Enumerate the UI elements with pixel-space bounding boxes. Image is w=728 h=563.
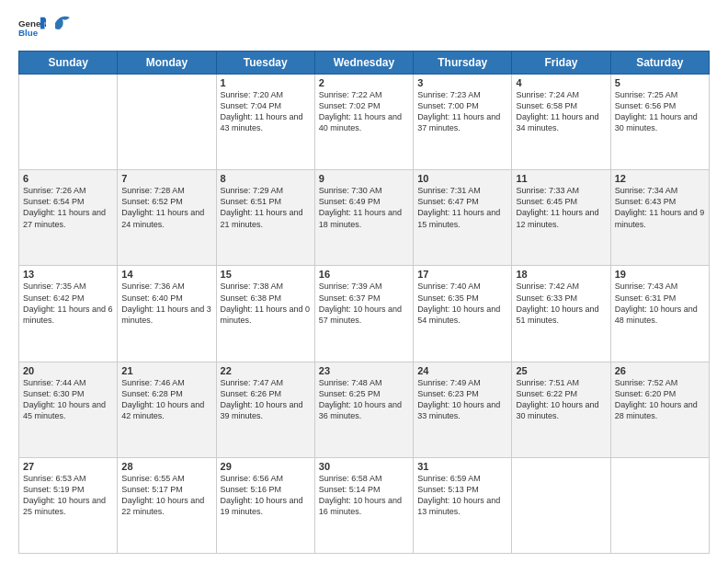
- header-monday: Monday: [118, 52, 216, 75]
- svg-text:Blue: Blue: [18, 28, 39, 38]
- cell-content: Sunrise: 7:33 AM Sunset: 6:45 PM Dayligh…: [516, 185, 606, 230]
- sunrise-text: Sunrise: 7:40 AM: [417, 282, 481, 291]
- day-cell: 20 Sunrise: 7:44 AM Sunset: 6:30 PM Dayl…: [19, 362, 118, 457]
- week-row-2: 6 Sunrise: 7:26 AM Sunset: 6:54 PM Dayli…: [19, 170, 710, 266]
- day-cell: 2 Sunrise: 7:22 AM Sunset: 7:02 PM Dayli…: [314, 75, 413, 170]
- daylight-text: Daylight: 10 hours and 33 minutes.: [417, 400, 500, 420]
- daylight-text: Daylight: 11 hours and 34 minutes.: [516, 112, 598, 132]
- day-number: 9: [319, 173, 409, 184]
- day-number: 21: [121, 365, 211, 376]
- daylight-text: Daylight: 10 hours and 30 minutes.: [516, 400, 598, 420]
- cell-content: Sunrise: 7:43 AM Sunset: 6:31 PM Dayligh…: [615, 281, 705, 326]
- sunset-text: Sunset: 6:20 PM: [615, 389, 677, 398]
- sunset-text: Sunset: 6:33 PM: [516, 293, 577, 303]
- sunrise-text: Sunrise: 7:26 AM: [23, 186, 86, 195]
- sunrise-text: Sunrise: 6:56 AM: [221, 474, 284, 483]
- day-number: 8: [221, 173, 311, 184]
- day-number: 6: [23, 173, 113, 184]
- day-cell: 28 Sunrise: 6:55 AM Sunset: 5:17 PM Dayl…: [118, 457, 216, 553]
- cell-content: Sunrise: 7:52 AM Sunset: 6:20 PM Dayligh…: [615, 377, 705, 422]
- sunset-text: Sunset: 5:19 PM: [23, 485, 85, 494]
- sunrise-text: Sunrise: 7:52 AM: [615, 378, 678, 387]
- daylight-text: Daylight: 11 hours and 37 minutes.: [417, 112, 500, 132]
- day-number: 5: [615, 77, 705, 88]
- header-sunday: Sunday: [19, 52, 118, 75]
- sunset-text: Sunset: 6:47 PM: [417, 197, 479, 206]
- daylight-text: Daylight: 11 hours and 18 minutes.: [319, 208, 402, 228]
- day-cell: 18 Sunrise: 7:42 AM Sunset: 6:33 PM Dayl…: [512, 266, 610, 362]
- cell-content: Sunrise: 7:31 AM Sunset: 6:47 PM Dayligh…: [417, 185, 507, 230]
- cell-content: Sunrise: 7:28 AM Sunset: 6:52 PM Dayligh…: [121, 185, 211, 230]
- day-cell: [118, 75, 216, 170]
- daylight-text: Daylight: 11 hours and 3 minutes.: [121, 304, 211, 325]
- day-number: 16: [319, 269, 409, 280]
- logo: General Blue: [18, 14, 72, 41]
- day-number: 27: [23, 461, 113, 472]
- cell-content: Sunrise: 6:55 AM Sunset: 5:17 PM Dayligh…: [121, 473, 211, 518]
- day-cell: 4 Sunrise: 7:24 AM Sunset: 6:58 PM Dayli…: [512, 75, 610, 170]
- sunset-text: Sunset: 6:45 PM: [516, 197, 577, 206]
- cell-content: Sunrise: 7:25 AM Sunset: 6:56 PM Dayligh…: [615, 89, 705, 134]
- day-cell: 15 Sunrise: 7:38 AM Sunset: 6:38 PM Dayl…: [216, 266, 314, 362]
- day-number: 29: [221, 461, 311, 472]
- sunrise-text: Sunrise: 7:25 AM: [615, 90, 678, 99]
- daylight-text: Daylight: 10 hours and 19 minutes.: [221, 496, 303, 516]
- daylight-text: Daylight: 11 hours and 27 minutes.: [23, 208, 106, 228]
- day-cell: 21 Sunrise: 7:46 AM Sunset: 6:28 PM Dayl…: [118, 362, 216, 457]
- day-number: 4: [516, 77, 606, 88]
- sunrise-text: Sunrise: 7:47 AM: [221, 378, 284, 387]
- daylight-text: Daylight: 11 hours and 30 minutes.: [615, 112, 698, 132]
- page: General Blue Sunday Monday Tuesday: [0, 0, 728, 563]
- day-cell: 31 Sunrise: 6:59 AM Sunset: 5:13 PM Dayl…: [414, 457, 512, 553]
- daylight-text: Daylight: 10 hours and 57 minutes.: [319, 304, 402, 325]
- header-thursday: Thursday: [414, 52, 512, 75]
- daylight-text: Daylight: 11 hours and 24 minutes.: [121, 208, 204, 228]
- cell-content: Sunrise: 7:48 AM Sunset: 6:25 PM Dayligh…: [319, 377, 409, 422]
- day-number: 11: [516, 173, 606, 184]
- day-cell: 7 Sunrise: 7:28 AM Sunset: 6:52 PM Dayli…: [118, 170, 216, 266]
- daylight-text: Daylight: 11 hours and 43 minutes.: [221, 112, 303, 132]
- cell-content: Sunrise: 7:38 AM Sunset: 6:38 PM Dayligh…: [221, 281, 311, 326]
- sunset-text: Sunset: 7:04 PM: [221, 101, 282, 110]
- sunrise-text: Sunrise: 7:46 AM: [121, 378, 185, 387]
- sunrise-text: Sunrise: 7:22 AM: [319, 90, 382, 99]
- day-number: 3: [417, 77, 507, 88]
- day-cell: 27 Sunrise: 6:53 AM Sunset: 5:19 PM Dayl…: [19, 457, 118, 553]
- day-number: 17: [417, 269, 507, 280]
- day-headers-row: Sunday Monday Tuesday Wednesday Thursday…: [19, 52, 710, 75]
- sunset-text: Sunset: 6:54 PM: [23, 197, 85, 206]
- sunrise-text: Sunrise: 7:28 AM: [121, 186, 185, 195]
- sunset-text: Sunset: 7:02 PM: [319, 101, 381, 110]
- day-cell: 19 Sunrise: 7:43 AM Sunset: 6:31 PM Dayl…: [610, 266, 709, 362]
- sunset-text: Sunset: 5:17 PM: [121, 485, 183, 494]
- week-row-3: 13 Sunrise: 7:35 AM Sunset: 6:42 PM Dayl…: [19, 266, 710, 362]
- day-number: 10: [417, 173, 507, 184]
- cell-content: Sunrise: 7:20 AM Sunset: 7:04 PM Dayligh…: [221, 89, 311, 134]
- day-number: 28: [121, 461, 211, 472]
- sunset-text: Sunset: 6:30 PM: [23, 389, 85, 398]
- cell-content: Sunrise: 7:51 AM Sunset: 6:22 PM Dayligh…: [516, 377, 606, 422]
- cell-content: Sunrise: 7:49 AM Sunset: 6:23 PM Dayligh…: [417, 377, 507, 422]
- day-cell: 12 Sunrise: 7:34 AM Sunset: 6:43 PM Dayl…: [610, 170, 709, 266]
- week-row-1: 1 Sunrise: 7:20 AM Sunset: 7:04 PM Dayli…: [19, 75, 710, 170]
- header-tuesday: Tuesday: [216, 52, 314, 75]
- header-friday: Friday: [512, 52, 610, 75]
- cell-content: Sunrise: 7:29 AM Sunset: 6:51 PM Dayligh…: [221, 185, 311, 230]
- sunset-text: Sunset: 6:35 PM: [417, 293, 479, 303]
- cell-content: Sunrise: 7:42 AM Sunset: 6:33 PM Dayligh…: [516, 281, 606, 326]
- day-cell: 25 Sunrise: 7:51 AM Sunset: 6:22 PM Dayl…: [512, 362, 610, 457]
- daylight-text: Daylight: 10 hours and 42 minutes.: [121, 400, 204, 420]
- day-number: 26: [615, 365, 705, 376]
- cell-content: Sunrise: 7:34 AM Sunset: 6:43 PM Dayligh…: [615, 185, 705, 230]
- week-row-4: 20 Sunrise: 7:44 AM Sunset: 6:30 PM Dayl…: [19, 362, 710, 457]
- cell-content: Sunrise: 6:53 AM Sunset: 5:19 PM Dayligh…: [23, 473, 113, 518]
- day-number: 2: [319, 77, 409, 88]
- sunset-text: Sunset: 5:14 PM: [319, 485, 381, 494]
- day-cell: 11 Sunrise: 7:33 AM Sunset: 6:45 PM Dayl…: [512, 170, 610, 266]
- sunset-text: Sunset: 5:16 PM: [221, 485, 282, 494]
- day-number: 7: [121, 173, 211, 184]
- day-cell: 13 Sunrise: 7:35 AM Sunset: 6:42 PM Dayl…: [19, 266, 118, 362]
- daylight-text: Daylight: 10 hours and 36 minutes.: [319, 400, 402, 420]
- sunrise-text: Sunrise: 6:55 AM: [121, 474, 185, 483]
- day-cell: 5 Sunrise: 7:25 AM Sunset: 6:56 PM Dayli…: [610, 75, 709, 170]
